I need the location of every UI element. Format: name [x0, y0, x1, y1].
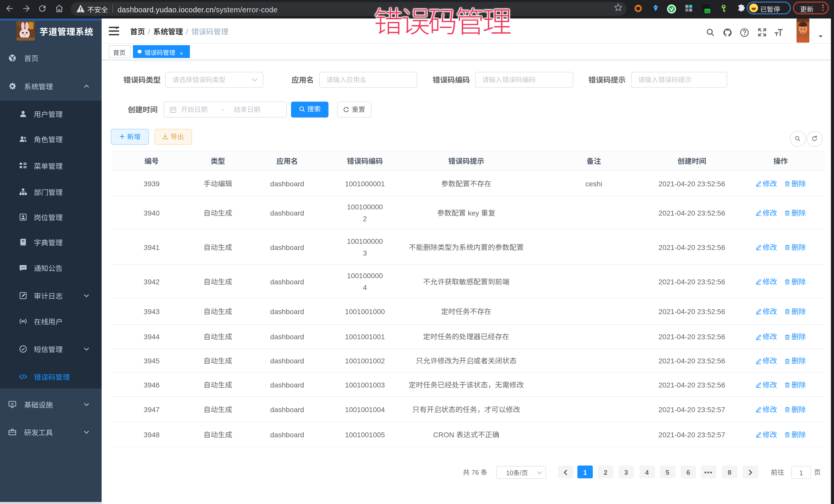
svg-text:on: on — [705, 9, 709, 13]
